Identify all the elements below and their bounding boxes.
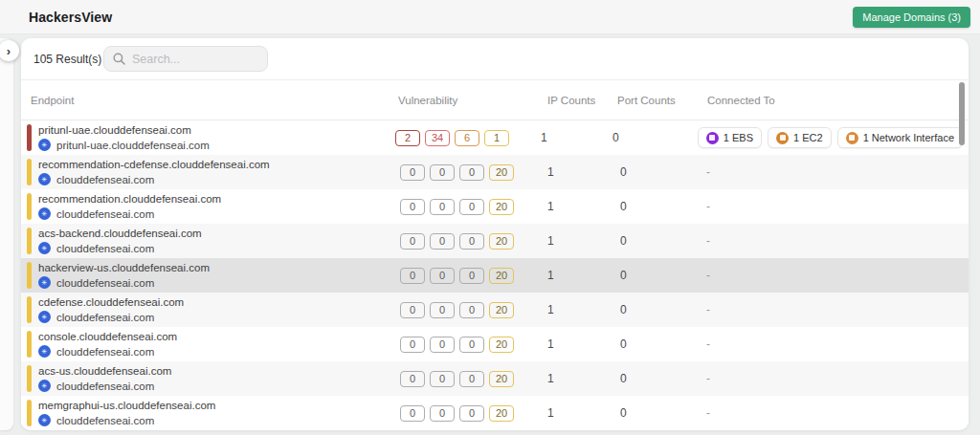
endpoint-domain-line: ✳ clouddefenseai.com	[38, 276, 400, 289]
ec2-icon	[776, 132, 789, 144]
connected-resource-pill[interactable]: 1 EC2	[768, 127, 832, 148]
eni-icon	[846, 132, 858, 144]
table-row[interactable]: acs-us.clouddefenseai.com ✳ clouddefense…	[21, 361, 969, 396]
domain-globe-icon: ✳	[38, 242, 51, 254]
endpoint-domain: clouddefenseai.com	[56, 381, 154, 392]
critical-count-badge: 0	[400, 268, 425, 284]
ip-count: 1	[547, 200, 620, 213]
results-count: 105 Result(s)	[33, 53, 101, 66]
endpoint-cell: pritunl-uae.clouddefenseai.com ✳ pritunl…	[38, 124, 395, 151]
endpoint-name: pritunl-uae.clouddefenseai.com	[38, 124, 395, 137]
domain-globe-icon: ✳	[38, 414, 51, 426]
ip-count: 1	[547, 337, 620, 351]
high-count-badge: 0	[430, 164, 455, 181]
domain-globe-icon: ✳	[38, 276, 51, 289]
connected-cell: -	[706, 406, 969, 420]
connected-resource-pill[interactable]: 1 EBS	[698, 127, 762, 148]
endpoint-domain-line: ✳ clouddefenseai.com	[38, 173, 400, 185]
critical-count-badge: 0	[400, 337, 425, 353]
medium-count-badge: 0	[459, 164, 484, 181]
endpoint-cell: cdefense.clouddefenseai.com ✳ clouddefen…	[38, 296, 400, 323]
manage-domains-button[interactable]: Manage Domains (3)	[853, 7, 970, 28]
sidebar-expand-button[interactable]: ›	[0, 40, 19, 61]
severity-bar	[27, 124, 32, 151]
no-connection-dash: -	[706, 165, 710, 179]
chevron-right-icon: ›	[7, 44, 11, 58]
column-header-port-counts: Port Counts	[617, 95, 707, 106]
low-count-badge: 20	[489, 164, 514, 181]
medium-count-badge: 0	[459, 405, 484, 422]
connected-resource-label: 1 Network Interface	[863, 132, 954, 143]
medium-count-badge: 0	[459, 371, 484, 387]
endpoint-domain-line: ✳ clouddefenseai.com	[38, 380, 400, 392]
port-count: 0	[620, 337, 706, 351]
vulnerability-badges: 00020	[400, 199, 547, 215]
no-connection-dash: -	[706, 337, 710, 351]
endpoint-name: cdefense.clouddefenseai.com	[38, 296, 400, 309]
vulnerability-badges: 00020	[400, 337, 547, 353]
critical-count-badge: 0	[400, 405, 425, 422]
low-count-badge: 20	[489, 199, 514, 215]
table-row[interactable]: console.clouddefenseai.com ✳ clouddefens…	[21, 327, 969, 361]
low-count-badge: 1	[484, 130, 509, 146]
medium-count-badge: 0	[459, 268, 484, 284]
endpoint-name: recommendation-cdefense.clouddefenseai.c…	[38, 159, 400, 171]
high-count-badge: 0	[430, 371, 455, 387]
column-header-connected-to: Connected To	[707, 95, 969, 106]
endpoint-domain-line: ✳ clouddefenseai.com	[38, 345, 400, 358]
table-row[interactable]: recommendation-cdefense.clouddefenseai.c…	[21, 155, 969, 189]
endpoint-domain: clouddefenseai.com	[56, 415, 154, 426]
no-connection-dash: -	[706, 303, 710, 316]
severity-bar	[27, 193, 32, 220]
severity-bar	[27, 228, 32, 254]
endpoint-domain: clouddefenseai.com	[56, 312, 154, 323]
domain-globe-icon: ✳	[38, 345, 51, 358]
column-header-ip-counts: IP Counts	[547, 95, 617, 106]
endpoint-name: recommendation.clouddefenseai.com	[38, 193, 400, 206]
high-count-badge: 0	[430, 405, 455, 422]
low-count-badge: 20	[489, 405, 514, 422]
vulnerability-badges: 00020	[400, 302, 547, 318]
column-header-vulnerability: Vulnerability	[398, 95, 547, 106]
severity-bar	[27, 262, 32, 289]
connected-cell: -	[706, 372, 969, 385]
vertical-scrollbar-thumb[interactable]	[959, 82, 965, 145]
endpoint-domain-line: ✳ pritunl-uae.clouddefenseai.com	[38, 139, 395, 151]
table-row[interactable]: memgraphui-us.clouddefenseai.com ✳ cloud…	[21, 396, 969, 430]
high-count-badge: 0	[430, 233, 455, 250]
severity-bar	[27, 365, 32, 392]
domain-globe-icon: ✳	[38, 311, 51, 323]
connected-cell: -	[706, 200, 969, 213]
search-input[interactable]	[132, 53, 258, 66]
table-row[interactable]: recommendation.clouddefenseai.com ✳ clou…	[21, 189, 969, 224]
port-count: 0	[612, 131, 698, 144]
table-row[interactable]: acs-backend.clouddefenseai.com ✳ cloudde…	[21, 224, 969, 258]
low-count-badge: 20	[489, 268, 514, 284]
table-row[interactable]: cdefense.clouddefenseai.com ✳ clouddefen…	[21, 293, 969, 327]
no-connection-dash: -	[706, 406, 710, 420]
connected-resource-label: 1 EC2	[793, 132, 823, 143]
endpoint-domain: clouddefenseai.com	[56, 243, 154, 254]
port-count: 0	[620, 372, 706, 385]
search-box[interactable]	[103, 46, 268, 72]
table-row[interactable]: hackerview-us.clouddefenseai.com ✳ cloud…	[21, 258, 969, 293]
connected-resource-pill[interactable]: 1 Network Interface	[837, 127, 963, 148]
critical-count-badge: 0	[400, 371, 425, 387]
no-connection-dash: -	[706, 234, 710, 248]
no-connection-dash: -	[706, 269, 710, 282]
endpoint-domain: clouddefenseai.com	[56, 277, 154, 289]
table-row[interactable]: pritunl-uae.clouddefenseai.com ✳ pritunl…	[21, 120, 969, 155]
endpoint-domain: clouddefenseai.com	[56, 208, 154, 220]
medium-count-badge: 0	[459, 337, 484, 353]
critical-count-badge: 0	[400, 164, 425, 181]
vulnerability-badges: 00020	[400, 164, 547, 181]
vulnerability-badges: 23461	[395, 130, 541, 146]
ip-count: 1	[547, 165, 620, 179]
port-count: 0	[620, 200, 706, 213]
vulnerability-badges: 00020	[400, 371, 547, 387]
endpoint-name: hackerview-us.clouddefenseai.com	[38, 262, 400, 274]
high-count-badge: 0	[430, 268, 455, 284]
vulnerability-badges: 00020	[400, 233, 547, 250]
endpoint-cell: acs-backend.clouddefenseai.com ✳ cloudde…	[38, 228, 400, 254]
ip-count: 1	[547, 269, 620, 282]
